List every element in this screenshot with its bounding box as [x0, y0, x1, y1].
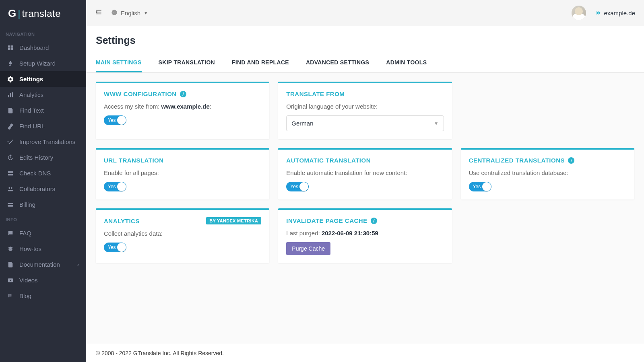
sidebar-item-analytics[interactable]: Analytics — [0, 87, 86, 103]
card-text: Enable for all pages: — [104, 169, 261, 176]
sidebar: G | translate NAVIGATION Dashboard Setup… — [0, 0, 86, 362]
sidebar-item-label: Check DNS — [19, 170, 51, 177]
svg-rect-5 — [10, 93, 11, 97]
card-text: Last purged: 2022-06-09 21:30:59 — [286, 230, 444, 237]
sidebar-item-documentation[interactable]: Documentation › — [0, 257, 86, 272]
text-pre: Last purged: — [286, 230, 322, 237]
card-title: TRANSLATE FROM — [286, 90, 345, 97]
info-icon[interactable]: i — [180, 91, 186, 97]
toggle-automatic[interactable]: Yes — [286, 182, 309, 191]
card-text: Use centralized translation database: — [469, 169, 626, 176]
language-select[interactable]: German ▼ — [286, 115, 444, 131]
sidebar-item-label: Find Text — [19, 107, 44, 114]
text-pre: Access my site from: — [104, 103, 161, 110]
sidebar-item-label: Collaborators — [19, 185, 55, 192]
sidebar-item-label: Improve Translations — [19, 138, 75, 145]
toggle-knob — [482, 182, 491, 191]
svg-rect-6 — [12, 92, 13, 97]
sidebar-item-label: How-tos — [19, 245, 41, 252]
domain-text: example.de — [604, 10, 635, 16]
sidebar-item-blog[interactable]: Blog — [0, 288, 86, 304]
language-label: English — [121, 10, 140, 16]
logo-g: G — [8, 7, 16, 20]
select-value: German — [291, 120, 313, 127]
sidebar-item-settings[interactable]: Settings — [0, 71, 86, 87]
svg-point-9 — [8, 187, 10, 189]
info-icon[interactable]: i — [568, 157, 574, 164]
toggle-label: Yes — [473, 184, 481, 189]
sidebar-item-find-url[interactable]: Find URL — [0, 118, 86, 134]
main: English ▼ example.de Settings MAIN SETTI… — [86, 0, 644, 362]
chat-icon — [7, 230, 14, 237]
sidebar-item-label: Documentation — [19, 261, 60, 268]
sidebar-item-label: Blog — [19, 292, 31, 299]
toggle-label: Yes — [108, 117, 116, 123]
card-analytics: ANALYTICS BY YANDEX METRIKA Collect anal… — [96, 208, 269, 263]
sidebar-item-check-dns[interactable]: Check DNS — [0, 165, 86, 181]
text-post: : — [210, 103, 211, 110]
sidebar-item-collaborators[interactable]: Collaborators — [0, 181, 86, 197]
chevron-right-icon: › — [77, 262, 79, 267]
sidebar-item-label: FAQ — [19, 230, 31, 237]
purge-cache-button[interactable]: Purge Cache — [286, 242, 330, 255]
toggle-label: Yes — [290, 184, 298, 189]
sidebar-item-find-text[interactable]: Find Text — [0, 103, 86, 118]
sidebar-item-dashboard[interactable]: Dashboard — [0, 40, 86, 56]
sidebar-item-videos[interactable]: Videos — [0, 272, 86, 288]
toggle-www[interactable]: Yes — [104, 115, 126, 125]
toggle-label: Yes — [108, 184, 116, 189]
text-bold: www.example.de — [161, 103, 210, 110]
card-title: CENTRALIZED TRANSLATIONS — [469, 157, 565, 164]
footer: © 2008 - 2022 GTranslate Inc. All Rights… — [86, 344, 644, 362]
tab-admin-tools[interactable]: ADMIN TOOLS — [386, 53, 427, 72]
tab-find-and-replace[interactable]: FIND AND REPLACE — [232, 53, 289, 72]
toggle-url-translation[interactable]: Yes — [104, 182, 126, 191]
sidebar-header-info: INFO — [0, 212, 86, 225]
sidebar-header-navigation: NAVIGATION — [0, 27, 86, 40]
card-title: ANALYTICS — [104, 218, 140, 224]
svg-point-10 — [11, 187, 12, 189]
toggle-knob — [299, 182, 308, 191]
sidebar-item-howtos[interactable]: How-tos — [0, 241, 86, 257]
card-title: URL TRANSLATION — [104, 157, 164, 164]
svg-rect-8 — [8, 174, 13, 175]
svg-rect-12 — [8, 204, 13, 205]
page-title: Settings — [86, 26, 644, 53]
info-icon[interactable]: i — [371, 218, 377, 224]
toggle-analytics[interactable]: Yes — [104, 243, 126, 252]
sidebar-item-edits-history[interactable]: Edits History — [0, 150, 86, 165]
logo[interactable]: G | translate — [0, 0, 86, 27]
people-icon — [7, 186, 14, 192]
sidebar-item-billing[interactable]: Billing — [0, 197, 86, 212]
toggle-centralized[interactable]: Yes — [469, 182, 491, 191]
graduation-icon — [7, 246, 14, 252]
avatar[interactable] — [572, 6, 586, 20]
toggle-knob — [117, 116, 126, 125]
card-icon — [7, 202, 14, 208]
card-title: AUTOMATIC TRANSLATION — [286, 157, 371, 164]
card-url-translation: URL TRANSLATION Enable for all pages: Ye… — [96, 148, 269, 200]
sidebar-item-improve-translations[interactable]: Improve Translations — [0, 134, 86, 150]
sidebar-item-label: Analytics — [19, 91, 43, 98]
sidebar-item-faq[interactable]: FAQ — [0, 225, 86, 241]
tab-main-settings[interactable]: MAIN SETTINGS — [96, 53, 142, 72]
collapse-sidebar-button[interactable] — [95, 8, 102, 17]
language-selector[interactable]: English ▼ — [111, 9, 148, 17]
card-title: INVALIDATE PAGE CACHE — [286, 217, 367, 224]
sidebar-item-label: Videos — [19, 277, 38, 284]
card-text: Enable automatic translation for new con… — [286, 169, 444, 176]
tab-advanced-settings[interactable]: ADVANCED SETTINGS — [306, 53, 369, 72]
tab-skip-translation[interactable]: SKIP TRANSLATION — [159, 53, 215, 72]
domain-icon — [596, 10, 601, 16]
svg-rect-7 — [8, 171, 13, 173]
toggle-label: Yes — [108, 245, 116, 250]
caret-down-icon: ▼ — [434, 121, 439, 126]
sidebar-item-setup-wizard[interactable]: Setup Wizard — [0, 56, 86, 71]
svg-rect-3 — [8, 48, 10, 50]
card-automatic-translation: AUTOMATIC TRANSLATION Enable automatic t… — [278, 148, 452, 200]
card-text: Original language of your website: — [286, 103, 444, 110]
card-centralized-translations: CENTRALIZED TRANSLATIONS i Use centraliz… — [461, 148, 634, 200]
link-icon — [7, 123, 14, 130]
domain-label[interactable]: example.de — [596, 10, 635, 16]
rocket-icon — [7, 60, 14, 67]
